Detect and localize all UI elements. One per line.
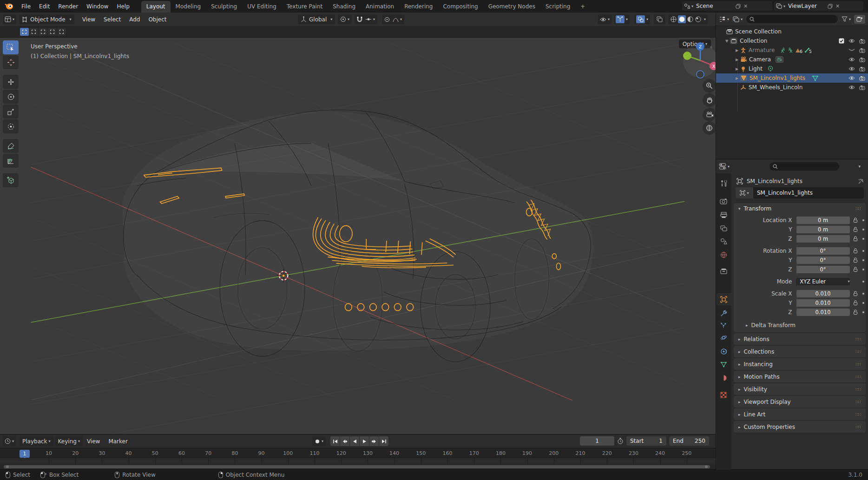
rotation-y-input[interactable]: 0° bbox=[796, 256, 850, 264]
new-collection-button[interactable] bbox=[854, 15, 865, 24]
tab-uv-editing[interactable]: UV Editing bbox=[242, 1, 282, 13]
scale-x-input[interactable]: 0.010 bbox=[796, 290, 850, 297]
mode-dropdown[interactable]: Object Mode ▾ bbox=[19, 14, 74, 24]
menu-add[interactable]: Add bbox=[125, 16, 144, 23]
shading-wireframe-button[interactable] bbox=[670, 16, 677, 23]
tab-object-active[interactable] bbox=[716, 293, 731, 305]
collapse-icon[interactable]: ▼ bbox=[723, 39, 730, 43]
tab-particles[interactable] bbox=[716, 319, 731, 331]
disable-render-camera-icon[interactable] bbox=[859, 48, 865, 53]
lock-icon[interactable] bbox=[850, 267, 861, 272]
end-frame-field[interactable]: End 250 bbox=[669, 436, 709, 446]
object-name-field[interactable]: ▾ SM_Lincolnv1_lights bbox=[736, 187, 864, 198]
location-x-input[interactable]: 0 m bbox=[796, 217, 850, 224]
outliner-search-input[interactable] bbox=[746, 15, 838, 23]
add-workspace-button[interactable]: + bbox=[575, 1, 590, 13]
section-line-art[interactable]: ▸Line Art∷∷ bbox=[734, 408, 866, 420]
lock-icon[interactable] bbox=[850, 257, 861, 263]
auto-keying-toggle[interactable]: ▾ bbox=[312, 436, 326, 446]
menu-view[interactable]: View bbox=[78, 16, 99, 23]
location-y-input[interactable]: 0 m bbox=[796, 226, 850, 233]
blender-logo-icon[interactable] bbox=[0, 3, 17, 10]
expand-icon[interactable]: ▶ bbox=[734, 76, 740, 80]
close-icon[interactable]: ✕ bbox=[742, 3, 749, 9]
lock-icon[interactable] bbox=[850, 236, 861, 242]
animate-dot[interactable] bbox=[861, 311, 866, 313]
tab-animation[interactable]: Animation bbox=[361, 1, 399, 13]
tool-rotate[interactable] bbox=[3, 90, 19, 104]
tab-scripting[interactable]: Scripting bbox=[540, 1, 575, 13]
tool-cursor[interactable] bbox=[3, 55, 19, 69]
start-frame-field[interactable]: Start 1 bbox=[626, 436, 666, 446]
tool-move[interactable] bbox=[3, 75, 19, 89]
timeline-menu-marker[interactable]: Marker bbox=[104, 438, 132, 445]
select-mode-invert-button[interactable] bbox=[48, 28, 57, 36]
gizmo-y-axis[interactable] bbox=[683, 52, 691, 60]
tab-layout[interactable]: Layout bbox=[141, 1, 171, 13]
properties-editor-type-button[interactable]: ▾ bbox=[719, 163, 730, 170]
properties-options-chevron[interactable]: ▾ bbox=[858, 164, 861, 169]
proportional-editing-controls[interactable]: ▾ bbox=[382, 14, 404, 24]
outliner-row-light[interactable]: ▶ Light bbox=[716, 64, 868, 73]
timeline-ruler[interactable]: 1020304050607080901001101201301401501601… bbox=[0, 448, 716, 458]
hide-viewport-eye-icon[interactable] bbox=[848, 85, 855, 90]
current-frame-field[interactable]: 1 bbox=[580, 436, 614, 446]
menu-help[interactable]: Help bbox=[112, 0, 133, 13]
tab-physics[interactable] bbox=[716, 331, 731, 343]
disable-render-camera-icon[interactable] bbox=[859, 39, 865, 44]
playhead[interactable]: 1 bbox=[20, 450, 30, 458]
tool-select-box[interactable] bbox=[3, 40, 19, 54]
copy-icon[interactable] bbox=[826, 4, 834, 9]
outliner-row-sm-lincolnv1-lights[interactable]: ▶ SM_Lincolnv1_lights bbox=[716, 73, 868, 83]
keying-dropdown[interactable]: Keying▾ bbox=[55, 436, 83, 446]
pivot-point-dropdown[interactable]: ▾ bbox=[338, 14, 352, 24]
menu-file[interactable]: File bbox=[17, 0, 35, 13]
expand-icon[interactable]: ▶ bbox=[734, 48, 740, 53]
animate-dot[interactable] bbox=[861, 269, 866, 270]
expand-icon[interactable]: ▶ bbox=[734, 67, 740, 71]
shading-material-button[interactable] bbox=[687, 16, 694, 23]
pan-hand-button[interactable] bbox=[703, 93, 716, 107]
zoom-button[interactable] bbox=[703, 79, 716, 92]
outliner-row-scene-collection[interactable]: Scene Collection bbox=[716, 27, 868, 36]
animate-dot[interactable] bbox=[861, 302, 866, 304]
hide-viewport-eye-icon[interactable] bbox=[848, 66, 855, 71]
tab-constraints[interactable] bbox=[716, 345, 731, 357]
tab-tool[interactable] bbox=[716, 177, 731, 189]
outliner-filter-dropdown[interactable]: ▾ bbox=[842, 16, 851, 22]
tab-material[interactable] bbox=[716, 372, 731, 384]
rotation-mode-dropdown[interactable]: XYZ Euler▾ bbox=[796, 278, 849, 285]
checkbox-icon[interactable] bbox=[839, 38, 844, 44]
hide-viewport-eye-icon[interactable] bbox=[848, 76, 855, 80]
tab-modifiers[interactable] bbox=[716, 307, 731, 319]
lock-icon[interactable] bbox=[850, 227, 861, 232]
scene-selector[interactable]: ▾ Scene ✕ bbox=[682, 1, 772, 11]
next-keyframe-button[interactable] bbox=[369, 436, 379, 446]
play-button[interactable] bbox=[360, 436, 369, 446]
animate-dot[interactable] bbox=[861, 281, 866, 283]
outliner-filter-id-type-button[interactable]: ▾ bbox=[733, 16, 743, 22]
tab-view-layer[interactable] bbox=[716, 222, 731, 234]
animate-dot[interactable] bbox=[861, 238, 866, 240]
show-gizmo-toggle[interactable] bbox=[616, 15, 625, 23]
toggle-orthographic-button[interactable] bbox=[703, 121, 716, 135]
tab-render[interactable] bbox=[716, 195, 731, 207]
panel-grip[interactable]: ∷∷ bbox=[856, 206, 861, 211]
section-custom-properties[interactable]: ▸Custom Properties∷∷ bbox=[734, 421, 866, 433]
outliner-row-sm-wheels-lincoln[interactable]: SM_Wheels_Lincoln bbox=[716, 83, 868, 92]
timeline-scrollbar[interactable] bbox=[4, 465, 710, 468]
close-icon[interactable]: ✕ bbox=[834, 3, 841, 9]
scale-z-input[interactable]: 0.010 bbox=[796, 309, 850, 316]
section-viewport-display[interactable]: ▸Viewport Display∷∷ bbox=[734, 396, 866, 408]
shading-solid-button[interactable] bbox=[678, 15, 686, 23]
previous-keyframe-button[interactable] bbox=[340, 436, 349, 446]
playback-dropdown[interactable]: Playback▾ bbox=[20, 436, 53, 446]
select-mode-intersect-button[interactable] bbox=[57, 28, 66, 36]
tab-rendering[interactable]: Rendering bbox=[399, 1, 438, 13]
sidebar-toggle-arrow[interactable]: ‹ bbox=[710, 44, 712, 50]
timeline-editor-type-button[interactable]: ▾ bbox=[3, 436, 16, 446]
tab-compositing[interactable]: Compositing bbox=[438, 1, 483, 13]
car-wireframe[interactable] bbox=[122, 110, 593, 362]
tab-modeling[interactable]: Modeling bbox=[171, 1, 206, 13]
menu-select[interactable]: Select bbox=[99, 16, 125, 23]
